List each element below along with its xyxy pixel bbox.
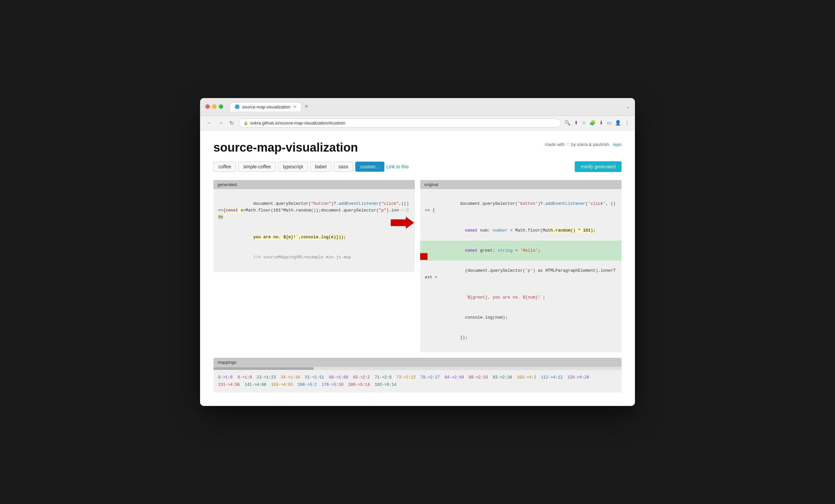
gen-code-line-1: document.querySelector("button")?.addEve… (218, 194, 410, 227)
right-arrow (391, 217, 414, 231)
mapping-item[interactable]: 84->2:49 (445, 375, 464, 380)
mapping-item[interactable]: 168->5:2 (298, 383, 317, 387)
orig-code-line-2: const num: number = Math.floor(Math.rand… (425, 221, 617, 241)
original-panel-body: document.querySelector('button')?.addEve… (420, 189, 622, 352)
mapping-item[interactable]: 60->1:60 (329, 375, 348, 380)
mapping-item[interactable]: 163->4:93 (271, 383, 293, 387)
mapping-item[interactable]: 126->4:26 (567, 375, 589, 380)
new-tab-button[interactable]: + (303, 102, 310, 111)
search-icon[interactable]: 🔍 (564, 120, 571, 126)
url-text: sokra.github.io/source-map-visualization… (250, 120, 346, 125)
mappings-body: 0->1:0 9->1:9 23->1:23 34->1:34 51->1:51… (213, 370, 622, 392)
scroll-bar-area[interactable] (213, 367, 622, 370)
page-content: source-map-visualization made with ♡ by … (200, 130, 635, 406)
generated-panel: generated document.querySelector("button… (213, 180, 415, 352)
mapping-item[interactable]: 112->4:12 (541, 375, 563, 380)
page-header: source-map-visualization made with ♡ by … (213, 141, 622, 155)
mapping-item[interactable]: 93->2:38 (493, 375, 512, 380)
profile-icon[interactable]: 👤 (615, 120, 621, 126)
mapping-item[interactable]: 73->2:22 (396, 375, 416, 380)
mapping-item[interactable]: 103->4:3 (517, 375, 536, 380)
svg-marker-0 (391, 217, 414, 229)
heart-icon: ♡ (566, 142, 570, 147)
mapping-item[interactable]: 34->1:34 (281, 375, 300, 380)
svg-marker-1 (420, 250, 428, 262)
example-btn-sass[interactable]: sass (333, 162, 353, 172)
split-view-icon[interactable]: ▭ (607, 120, 612, 126)
code-panels: generated document.querySelector("button… (213, 180, 622, 352)
example-btn-typescript[interactable]: typescript (278, 162, 308, 172)
download-icon[interactable]: ⬇ (599, 120, 604, 126)
original-panel: original document.querySelector('button'… (420, 180, 622, 352)
back-button[interactable]: ← (205, 119, 213, 126)
forward-button[interactable]: → (217, 119, 225, 126)
maximize-button[interactable] (219, 104, 223, 109)
orig-code-line-7: }); (425, 328, 617, 348)
made-with: made with ♡ by sokra & paulirish. repo (545, 141, 622, 147)
mapping-item[interactable]: 51->1:51 (305, 375, 324, 380)
mapping-item[interactable]: 141->4:68 (245, 383, 266, 387)
mapping-item[interactable]: 65->2:2 (353, 375, 370, 380)
example-btn-babel[interactable]: babel (310, 162, 331, 172)
repo-link[interactable]: repo (613, 142, 622, 147)
traffic-lights (205, 104, 223, 109)
gen-code-line-3: //# sourceMappingURL=example.min.js.map (218, 247, 410, 267)
minify-generated-button[interactable]: minify generated (575, 161, 622, 172)
reload-button[interactable]: ↻ (228, 119, 235, 127)
share-icon[interactable]: ⬆ (574, 120, 578, 126)
lock-icon: 🔒 (244, 121, 248, 125)
orig-code-line-4: (document.querySelector('p') as HTMLPara… (425, 261, 617, 287)
orig-code-line-3: const greet: string = 'Hello'; (420, 241, 622, 261)
example-btn-simple-coffee[interactable]: simple-coffee (238, 162, 276, 172)
address-bar: ← → ↻ 🔒 sokra.github.io/source-map-visua… (200, 116, 635, 130)
mapping-item[interactable]: 0->1:0 (218, 375, 232, 380)
original-panel-header: original (420, 180, 622, 189)
title-bar: source-map-visualization ✕ + ⌄ (200, 98, 635, 116)
bookmark-icon[interactable]: ☆ (582, 120, 586, 126)
mapping-item[interactable]: 88->2:33 (469, 375, 488, 380)
made-with-text: made with (545, 142, 565, 147)
mapping-item[interactable]: 71->2:8 (375, 375, 391, 380)
tab-bar: source-map-visualization ✕ + (230, 102, 622, 112)
gen-code-line-2: you are no. ${e}!`,console.log(e)})); (218, 227, 410, 247)
mapping-item[interactable]: 131->4:56 (218, 383, 240, 387)
tab-title: source-map-visualization (242, 104, 290, 109)
url-bar[interactable]: 🔒 sokra.github.io/source-map-visualizati… (239, 119, 561, 127)
left-arrow (420, 250, 428, 265)
tab-favicon (235, 104, 240, 109)
orig-code-line-5: `${greet}, you are no. ${num}!`; (425, 287, 617, 307)
mappings-header: mappings (213, 358, 622, 367)
page-title: source-map-visualization (213, 141, 358, 155)
generated-panel-header: generated (213, 180, 415, 189)
made-by-text: by sokra & paulirish. (571, 142, 610, 147)
mapping-item[interactable]: 182->5:14 (375, 383, 396, 387)
tab-close-icon[interactable]: ✕ (293, 104, 297, 109)
link-to-this[interactable]: Link to this (386, 164, 409, 169)
generated-panel-body: document.querySelector("button")?.addEve… (213, 189, 415, 272)
extensions-icon[interactable]: 🧩 (589, 120, 596, 126)
minimize-button[interactable] (212, 104, 217, 109)
mappings-section: mappings 0->1:0 9->1:9 23->1:23 34->1:34… (213, 358, 622, 392)
example-btn-custom[interactable]: custom... (355, 162, 384, 172)
example-btn-coffee[interactable]: coffee (213, 162, 236, 172)
menu-icon[interactable]: ⋮ (625, 120, 630, 126)
orig-code-line-1: document.querySelector('button')?.addEve… (425, 194, 617, 221)
orig-code-line-6: console.log(num); (425, 307, 617, 328)
example-buttons: coffee simple-coffee typescript babel sa… (213, 161, 622, 172)
window-dropdown-icon[interactable]: ⌄ (626, 104, 630, 109)
address-actions: 🔍 ⬆ ☆ 🧩 ⬇ ▭ 👤 ⋮ (564, 120, 630, 126)
mapping-item[interactable]: 9->1:9 (238, 375, 252, 380)
mapping-item[interactable]: 78->2:27 (421, 375, 440, 380)
panels-wrapper: generated document.querySelector("button… (213, 180, 622, 352)
browser-window: source-map-visualization ✕ + ⌄ ← → ↻ 🔒 s… (200, 98, 635, 406)
mapping-item[interactable]: 180->5:14 (348, 383, 370, 387)
scroll-thumb[interactable] (213, 367, 314, 370)
mapping-item[interactable]: 176->5:10 (322, 383, 344, 387)
mapping-item[interactable]: 23->1:23 (257, 375, 276, 380)
browser-tab[interactable]: source-map-visualization ✕ (230, 102, 301, 112)
close-button[interactable] (205, 104, 210, 109)
